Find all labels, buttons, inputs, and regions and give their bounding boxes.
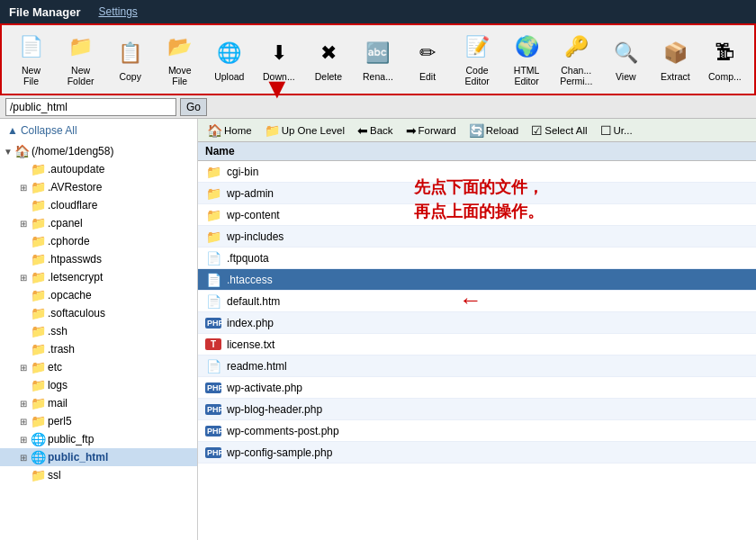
tree-toggle[interactable]: ⊞ [20,417,29,427]
table-row[interactable]: PHPwp-comments-post.php [198,420,756,442]
toolbar-label-edit: Edit [419,71,436,83]
toolbar-icon-compress: 🗜 [708,37,741,69]
table-row[interactable]: Tlicense.txt [198,334,756,356]
table-row[interactable]: 📁wp-admin [198,183,756,204]
tree-label: .opcache [48,289,92,302]
folder-icon: 📁 [31,414,46,428]
table-row[interactable]: 📄.ftpquota [198,248,756,269]
nav-btn-reload[interactable]: 🔄Reload [465,122,522,140]
toolbar-btn-move-file[interactable]: 📂MoveFile [156,28,203,91]
tree-item-.cpanel[interactable]: ⊞ 📁 .cpanel [0,214,197,232]
toolbar-icon-move-file: 📂 [164,32,196,63]
table-row[interactable]: 📄default.htm [198,291,756,312]
nav-btn-forward[interactable]: ➡Forward [402,122,460,140]
toolbar-icon-view: 🔍 [609,37,642,69]
tree-item-.cloudflare[interactable]: 📁 .cloudflare [0,196,197,214]
main-container: ▲ Collapse All ▼ 🏠 (/home/1deng58) 📁 .au… [0,119,756,540]
toolbar-btn-compress[interactable]: 🗜Comp... [701,28,749,91]
tree-item-logs[interactable]: 📁 logs [0,376,197,394]
file-icon: 📄 [205,359,221,374]
toolbar-label-rename: Rena... [363,71,393,83]
toolbar-label-compress: Comp... [708,71,742,83]
table-row[interactable]: 📁cgi-bin [198,161,756,183]
table-row[interactable]: 📄readme.html [198,356,756,377]
tree-toggle[interactable]: ⊞ [20,363,29,373]
folder-icon: 📁 [31,234,46,248]
php-icon: PHP [205,318,221,328]
nav-btn-back[interactable]: ⬅Back [354,122,397,140]
nav-btn-select-all[interactable]: ☑Select All [527,122,590,140]
title-bar: File Manager Settings [0,0,756,23]
tree-item-.autoupdate[interactable]: 📁 .autoupdate [0,160,197,178]
tree-label: .htpasswds [48,253,102,266]
tree-item-etc[interactable]: ⊞ 📁 etc [0,358,197,376]
table-row[interactable]: 📁wp-content [198,204,756,226]
table-row[interactable]: PHPwp-activate.php [198,377,756,399]
tree-toggle[interactable]: ⊞ [20,183,29,193]
toolbar-btn-code-editor[interactable]: 📝CodeEditor [454,28,501,91]
table-row[interactable]: 📄.htaccess [198,269,756,291]
toolbar-btn-new-folder[interactable]: 📁NewFolder [57,28,104,91]
go-button[interactable]: Go [180,98,207,116]
tree-item-.htpasswds[interactable]: 📁 .htpasswds [0,250,197,268]
file-name: readme.html [227,360,287,373]
toolbar-btn-edit[interactable]: ✏Edit [404,28,452,91]
toolbar-btn-copy[interactable]: 📋Copy [106,28,154,91]
toolbar-btn-rename[interactable]: 🔤Rena... [354,28,401,91]
toolbar-icon-edit: ✏ [411,37,444,69]
toolbar-btn-html-editor[interactable]: 🌍HTMLEditor [503,28,551,91]
table-row[interactable]: PHPwp-config-sample.php [198,442,756,464]
table-row[interactable]: PHPwp-blog-header.php [198,399,756,420]
settings-link[interactable]: Settings [98,5,137,18]
toolbar-label-download: Down... [263,71,295,83]
nav-btn-home[interactable]: 🏠Home [203,122,256,140]
nav-btn-unselect[interactable]: ☐Ur... [597,122,636,140]
toolbar-btn-upload[interactable]: 🌐Upload [205,28,253,91]
tree-toggle[interactable]: ⊞ [20,399,29,409]
address-input[interactable] [5,98,176,116]
table-row[interactable]: PHPindex.php [198,312,756,334]
tree-item-root[interactable]: ▼ 🏠 (/home/1deng58) [0,142,197,160]
tree-toggle[interactable]: ⊞ [20,435,29,445]
tree-item-.cphorde[interactable]: 📁 .cphorde [0,232,197,250]
collapse-all-button[interactable]: ▲ Collapse All [0,122,197,139]
file-name: wp-config-sample.php [227,446,332,459]
tree-toggle-root[interactable]: ▼ [4,147,13,157]
tree-toggle[interactable]: ⊞ [20,273,29,283]
toolbar-btn-view[interactable]: 🔍View [602,28,650,91]
tree-item-.opcache[interactable]: 📁 .opcache [0,286,197,304]
tree-item-public_html[interactable]: ⊞ 🌐 public_html [0,448,197,466]
nav-btn-up-one-level[interactable]: 📁Up One Level [261,122,348,140]
tree-item-perl5[interactable]: ⊞ 📁 perl5 [0,412,197,430]
file-name: wp-blog-header.php [227,403,322,416]
tree-item-.letsencrypt[interactable]: ⊞ 📁 .letsencrypt [0,268,197,286]
tree-toggle[interactable]: ⊞ [20,219,29,229]
tree-toggle[interactable]: ⊞ [20,453,29,463]
tree-item-ssl[interactable]: 📁 ssl [0,466,197,484]
toolbar-btn-delete[interactable]: ✖Delete [304,28,352,91]
tree-item-.AVRestore[interactable]: ⊞ 📁 .AVRestore [0,178,197,196]
toolbar-btn-change-permi[interactable]: 🔑Chan...Permi... [553,28,600,91]
tree-item-.softaculous[interactable]: 📁 .softaculous [0,304,197,322]
toolbar-label-upload: Upload [214,71,244,83]
php-icon: PHP [205,447,221,458]
file-icon: 📄 [205,273,221,287]
tree-label: .ssh [48,325,68,338]
toolbar-btn-extract[interactable]: 📦Extract [652,28,699,91]
tree-item-.ssh[interactable]: 📁 .ssh [0,322,197,340]
tree-item-public_ftp[interactable]: ⊞ 🌐 public_ftp [0,430,197,448]
tree-item-.trash[interactable]: 📁 .trash [0,340,197,358]
table-row[interactable]: 📁wp-includes [198,226,756,248]
folder-icon: 📁 [31,468,46,482]
file-icon: 📄 [205,294,221,309]
toolbar-icon-download: ⬇ [263,37,295,69]
sidebar: ▲ Collapse All ▼ 🏠 (/home/1deng58) 📁 .au… [0,119,198,540]
toolbar-icon-rename: 🔤 [362,37,394,69]
tree-label: public_ftp [48,433,94,446]
tree-item-mail[interactable]: ⊞ 📁 mail [0,394,197,412]
toolbar-btn-download[interactable]: ⬇Down... [255,28,302,91]
file-panel: 🏠Home📁Up One Level⬅Back➡Forward🔄Reload☑S… [198,119,756,540]
toolbar-btn-new-file[interactable]: 📄NewFile [7,28,55,91]
file-name: default.htm [227,295,280,308]
folder-icon: 📁 [31,396,46,410]
